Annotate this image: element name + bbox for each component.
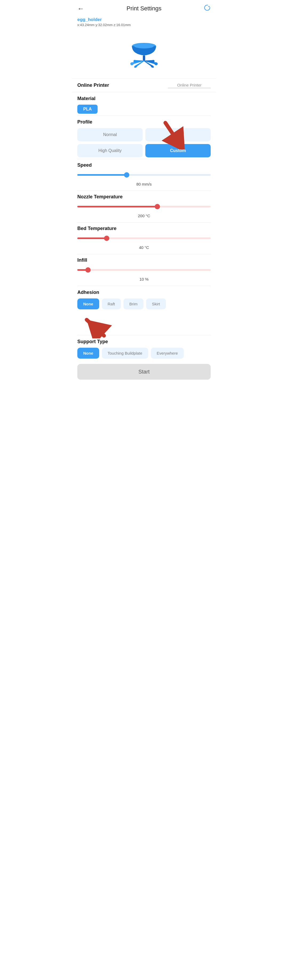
model-svg bbox=[120, 33, 168, 70]
support-type-options: None Touching Buildplate Everywhere bbox=[77, 348, 211, 359]
bed-temp-section: Bed Temperature 40 °C bbox=[72, 223, 216, 254]
support-type-section: Support Type None Touching Buildplate Ev… bbox=[72, 335, 216, 360]
infill-slider[interactable] bbox=[77, 267, 211, 273]
bed-temp-label: Bed Temperature bbox=[77, 226, 211, 231]
profile-custom-button[interactable]: Custom bbox=[146, 144, 211, 158]
file-dimensions: x:43.24mm y:32.02mm z:16.01mm bbox=[77, 23, 211, 27]
speed-label: Speed bbox=[77, 162, 211, 168]
profile-fast-button[interactable]: Fast bbox=[146, 128, 211, 142]
adhesion-skirt-button[interactable]: Skirt bbox=[146, 298, 166, 309]
refresh-button[interactable] bbox=[204, 4, 211, 13]
speed-section: Speed 80 mm/s bbox=[72, 159, 216, 191]
printer-value[interactable]: Online Printer bbox=[168, 83, 211, 88]
profile-highquality-button[interactable]: High Quality bbox=[77, 144, 142, 158]
infill-value: 10 % bbox=[77, 277, 211, 282]
speed-slider[interactable] bbox=[77, 172, 211, 178]
adhesion-label: Adhesion bbox=[77, 290, 211, 295]
back-button[interactable]: ← bbox=[77, 5, 84, 12]
start-button[interactable]: Start bbox=[77, 364, 211, 380]
file-info: egg_holder x:43.24mm y:32.02mm z:16.01mm bbox=[72, 16, 216, 28]
svg-point-3 bbox=[134, 44, 154, 48]
material-pla-button[interactable]: PLA bbox=[77, 105, 98, 114]
material-section: Material PLA bbox=[72, 92, 216, 115]
adhesion-raft-button[interactable]: Raft bbox=[102, 298, 121, 309]
infill-label: Infill bbox=[77, 258, 211, 263]
bed-temp-slider[interactable] bbox=[77, 235, 211, 242]
file-name: egg_holder bbox=[77, 17, 211, 22]
nozzle-temp-section: Nozzle Temperature 200 °C bbox=[72, 191, 216, 222]
printer-label: Online Printer bbox=[77, 83, 168, 88]
header: ← Print Settings bbox=[72, 0, 216, 16]
adhesion-section: Adhesion None Raft Brim Skirt bbox=[72, 286, 216, 335]
support-everywhere-button[interactable]: Everywhere bbox=[151, 348, 184, 359]
adhesion-options: None Raft Brim Skirt bbox=[77, 298, 211, 309]
printer-row: Online Printer Online Printer bbox=[72, 78, 216, 92]
nozzle-temp-value: 200 °C bbox=[77, 213, 211, 218]
nozzle-temp-label: Nozzle Temperature bbox=[77, 194, 211, 200]
profile-grid: Normal Fast High Quality Custom bbox=[77, 128, 211, 158]
profile-section: Profile Normal Fast High Quality Custom bbox=[72, 116, 216, 159]
start-bar: Start bbox=[72, 360, 216, 386]
speed-value: 80 mm/s bbox=[77, 182, 211, 186]
adhesion-brim-button[interactable]: Brim bbox=[123, 298, 144, 309]
profile-label: Profile bbox=[77, 119, 211, 125]
svg-rect-4 bbox=[143, 56, 146, 60]
refresh-icon bbox=[204, 4, 211, 11]
support-touching-button[interactable]: Touching Buildplate bbox=[102, 348, 148, 359]
material-label: Material bbox=[77, 96, 211, 102]
support-type-label: Support Type bbox=[77, 339, 211, 345]
svg-marker-1 bbox=[208, 6, 210, 7]
infill-section: Infill 10 % bbox=[72, 254, 216, 286]
support-none-button[interactable]: None bbox=[77, 348, 99, 359]
bed-temp-value: 40 °C bbox=[77, 245, 211, 250]
page-title: Print Settings bbox=[126, 5, 162, 12]
model-preview bbox=[72, 28, 216, 78]
adhesion-none-button[interactable]: None bbox=[77, 298, 99, 309]
profile-normal-button[interactable]: Normal bbox=[77, 128, 142, 142]
nozzle-temp-slider[interactable] bbox=[77, 204, 211, 210]
